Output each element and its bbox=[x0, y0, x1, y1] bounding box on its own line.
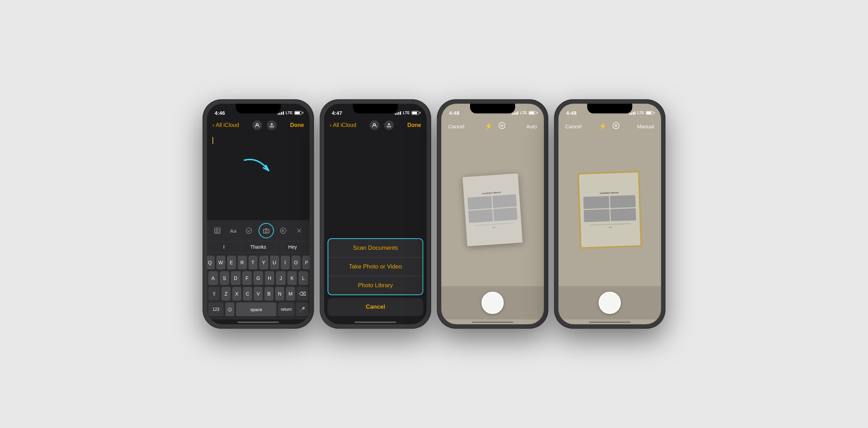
key-e[interactable]: E bbox=[227, 256, 236, 269]
key-x[interactable]: X bbox=[232, 287, 241, 301]
phone-1-frame: 4:46 LTE ‹ Al bbox=[203, 100, 314, 328]
note-content[interactable] bbox=[207, 133, 310, 220]
key-d[interactable]: D bbox=[231, 271, 241, 285]
phone-4-frame: 4:48 LTE Cancel ⚡ bbox=[554, 100, 665, 328]
svg-point-5 bbox=[246, 228, 252, 233]
person-icon[interactable] bbox=[252, 120, 262, 130]
back-button-1[interactable]: ‹ All iCloud bbox=[212, 122, 239, 128]
key-k[interactable]: K bbox=[287, 271, 297, 285]
lte-1: LTE bbox=[286, 111, 293, 115]
checklist-icon[interactable] bbox=[243, 224, 255, 237]
camera-cancel-3[interactable]: Cancel bbox=[448, 123, 465, 129]
cancel-button[interactable]: Cancel bbox=[328, 298, 423, 316]
camera-controls-3 bbox=[441, 286, 544, 319]
done-button-2[interactable]: Done bbox=[407, 122, 421, 128]
share-icon[interactable] bbox=[267, 120, 277, 130]
camera-center-controls-3: ⚡ bbox=[485, 122, 506, 131]
key-space[interactable]: space bbox=[236, 302, 276, 316]
back-button-2[interactable]: ‹ All iCloud bbox=[330, 122, 356, 128]
camera-mode-3[interactable]: Auto bbox=[526, 123, 537, 129]
key-o[interactable]: O bbox=[292, 256, 301, 269]
key-l[interactable]: L bbox=[298, 271, 308, 285]
key-y[interactable]: Y bbox=[259, 256, 268, 269]
key-i[interactable]: I bbox=[281, 256, 290, 269]
camera-center-controls-4: ⚡ bbox=[599, 122, 620, 131]
predictive-word-0[interactable]: I bbox=[207, 244, 241, 250]
take-photo-item[interactable]: Take Photo or Video bbox=[328, 257, 423, 276]
camera-cancel-4[interactable]: Cancel bbox=[565, 123, 582, 129]
key-u[interactable]: U bbox=[270, 256, 279, 269]
key-w[interactable]: W bbox=[216, 256, 225, 269]
key-t[interactable]: T bbox=[249, 256, 258, 269]
table-icon[interactable] bbox=[211, 224, 224, 237]
key-delete[interactable]: ⌫ bbox=[297, 287, 308, 301]
predictive-word-2[interactable]: Hey bbox=[276, 244, 310, 250]
nav-icons-2 bbox=[370, 120, 394, 130]
key-mic[interactable]: 🎤 bbox=[296, 302, 308, 316]
phone-1-screen: 4:46 LTE ‹ Al bbox=[207, 104, 310, 324]
key-v[interactable]: V bbox=[254, 287, 263, 301]
predictive-word-1[interactable]: Thanks bbox=[241, 244, 276, 250]
battery-4 bbox=[646, 111, 653, 115]
document-preview-3: Installation Manual (X5) bbox=[462, 173, 523, 247]
lens-icon-4[interactable] bbox=[612, 122, 620, 131]
lte-2: LTE bbox=[403, 111, 410, 115]
status-icons-1: LTE bbox=[278, 111, 302, 115]
home-indicator-3 bbox=[472, 322, 513, 323]
person-icon-2[interactable] bbox=[370, 120, 379, 130]
time-4: 4:48 bbox=[566, 110, 576, 116]
key-r[interactable]: R bbox=[238, 256, 247, 269]
flash-icon-3[interactable]: ⚡ bbox=[485, 122, 493, 130]
share-icon-2[interactable] bbox=[384, 120, 394, 130]
status-icons-3: LTE bbox=[512, 111, 536, 115]
photo-library-item[interactable]: Photo Library bbox=[328, 276, 423, 294]
key-emoji[interactable]: ☺ bbox=[225, 302, 234, 316]
time-3: 4:48 bbox=[449, 110, 459, 116]
time-2: 4:47 bbox=[332, 110, 342, 116]
done-button-1[interactable]: Done bbox=[290, 122, 304, 128]
lte-4: LTE bbox=[637, 111, 644, 115]
key-a[interactable]: A bbox=[208, 271, 218, 285]
menu-spacer bbox=[324, 133, 427, 238]
phone-3-screen: 4:48 LTE Cancel bbox=[441, 104, 544, 324]
key-q[interactable]: Q bbox=[207, 256, 215, 269]
key-c[interactable]: C bbox=[243, 287, 252, 301]
home-indicator-1 bbox=[237, 322, 279, 323]
key-h[interactable]: H bbox=[265, 271, 275, 285]
key-m[interactable]: M bbox=[286, 287, 295, 301]
scan-documents-item[interactable]: Scan Documents bbox=[328, 239, 423, 257]
key-p[interactable]: P bbox=[302, 256, 310, 269]
doc-title-3: Installation Manual bbox=[482, 191, 501, 195]
shutter-button-4[interactable] bbox=[599, 292, 621, 314]
formatting-toolbar: Aa bbox=[207, 220, 310, 241]
key-b[interactable]: B bbox=[264, 287, 274, 301]
format-aa-icon[interactable]: Aa bbox=[227, 224, 240, 237]
shutter-button-3[interactable] bbox=[481, 292, 504, 314]
svg-point-13 bbox=[615, 124, 617, 127]
keyboard-row-1: Q W E R T Y U I O P bbox=[208, 256, 308, 269]
predictive-text-bar: I Thanks Hey bbox=[207, 241, 310, 253]
markup-icon[interactable] bbox=[277, 224, 289, 237]
key-return[interactable]: return bbox=[278, 302, 294, 316]
flash-icon-4[interactable]: ⚡ bbox=[599, 122, 607, 130]
back-label-2: All iCloud bbox=[333, 122, 356, 128]
phone-2-frame: 4:47 LTE ‹ All iClou bbox=[320, 100, 431, 328]
camera-mode-4[interactable]: Manual bbox=[637, 123, 654, 129]
camera-toolbar-button[interactable] bbox=[259, 223, 274, 238]
key-n[interactable]: N bbox=[275, 287, 284, 301]
key-g[interactable]: G bbox=[253, 271, 263, 285]
key-s[interactable]: S bbox=[220, 271, 229, 285]
key-f[interactable]: F bbox=[242, 271, 252, 285]
key-z[interactable]: Z bbox=[222, 287, 231, 301]
lens-icon-3[interactable] bbox=[498, 122, 506, 131]
phone-4-screen: 4:48 LTE Cancel ⚡ bbox=[558, 104, 661, 324]
key-j[interactable]: J bbox=[276, 271, 286, 285]
key-shift[interactable]: ⇧ bbox=[208, 287, 220, 301]
camera-controls-4 bbox=[558, 286, 661, 319]
keyboard-row-4: 123 ☺ space return 🎤 bbox=[208, 302, 308, 316]
document-preview-4: Installation Manual (X5) bbox=[579, 172, 640, 247]
notes-nav-bar: ‹ All iCloud D bbox=[207, 119, 310, 133]
key-numbers[interactable]: 123 bbox=[208, 302, 224, 316]
close-keyboard-icon[interactable] bbox=[293, 224, 305, 237]
arrow-annotation bbox=[237, 153, 279, 182]
